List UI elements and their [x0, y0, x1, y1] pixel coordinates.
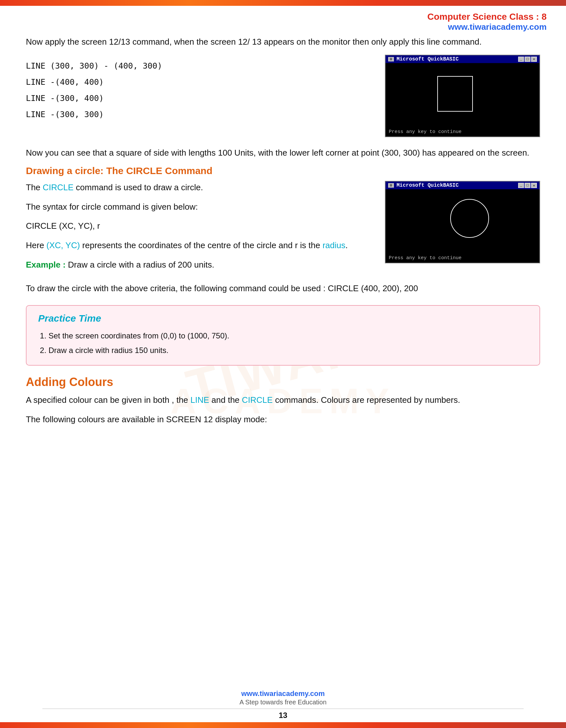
bottom-border — [0, 722, 566, 728]
code-block-1: LINE (300, 300) - (400, 300) LINE -(400,… — [26, 55, 375, 123]
example-label: Example : — [26, 260, 66, 270]
circle-para-1: The CIRCLE command is used to draw a cir… — [26, 181, 375, 194]
qb-close-btn[interactable]: ✕ — [531, 57, 537, 62]
circle-example: Example : Draw a circle with a radius of… — [26, 258, 375, 272]
adding-colours-para-1: A specified colour can be given in both … — [26, 393, 540, 407]
xc-yc-highlight: (XC, YC) — [47, 240, 80, 250]
qb2-minimize-btn[interactable]: _ — [518, 183, 524, 188]
qb-title-1: Microsoft QuickBASIC — [396, 56, 459, 62]
code-line-4: LINE -(300, 300) — [26, 106, 375, 123]
qb-titlebar-1: ⊡ Microsoft QuickBASIC _ □ ✕ — [385, 55, 539, 63]
footer-tagline: A Step towards free Education — [0, 699, 566, 706]
practice-title: Practice Time — [38, 313, 528, 324]
practice-item-1: Set the screen coordinates from (0,0) to… — [49, 328, 528, 343]
circle-para1-before: The — [26, 182, 43, 192]
qb-app-icon-2: ⊡ — [388, 183, 394, 188]
qb-status-2: Press any key to continue — [385, 254, 539, 263]
qb-window-1: ⊡ Microsoft QuickBASIC _ □ ✕ Press any k… — [385, 55, 540, 137]
qb-maximize-btn[interactable]: □ — [525, 57, 530, 62]
circle-section-content: The CIRCLE command is used to draw a cir… — [26, 181, 540, 277]
adding-colours-para-2: The following colours are available in S… — [26, 413, 540, 426]
code-line-1: LINE (300, 300) - (400, 300) — [26, 58, 375, 74]
radius-highlight: radius — [322, 240, 345, 250]
practice-list: Set the screen coordinates from (0,0) to… — [49, 328, 528, 358]
code-line-2: LINE -(400, 400) — [26, 74, 375, 90]
practice-box: Practice Time Set the screen coordinates… — [26, 305, 540, 366]
qb-circle-shape — [450, 199, 489, 238]
ac-para1-before: A specified colour can be given in both … — [26, 395, 191, 405]
top-border — [0, 0, 566, 6]
code-screenshot-row-1: LINE (300, 300) - (400, 300) LINE -(400,… — [26, 55, 540, 137]
code-line-3: LINE -(300, 400) — [26, 90, 375, 106]
circle-syntax: CIRCLE (XC, YC), r — [26, 219, 375, 233]
qb-body-2 — [385, 189, 539, 254]
qb-body-1 — [385, 63, 539, 128]
ac-circle-highlight: CIRCLE — [242, 395, 273, 405]
example-text: Draw a circle with a radius of 200 units… — [68, 260, 214, 270]
main-content: Now apply the screen 12/13 command, when… — [0, 35, 566, 426]
header-url: www.tiwariacademy.com — [19, 22, 547, 32]
circle-para3-after: . — [345, 240, 348, 250]
adding-colours-heading: Adding Colours — [26, 375, 540, 389]
circle-text-block: The CIRCLE command is used to draw a cir… — [26, 181, 375, 277]
square-paragraph: Now you can see that a square of side wi… — [26, 146, 540, 160]
ac-para1-after: commands. Colours are represented by num… — [273, 395, 460, 405]
qb-app-icon: ⊡ — [388, 57, 394, 61]
circle-para-3: Here (XC, YC) represents the coordinates… — [26, 239, 375, 252]
qb-status-1: Press any key to continue — [385, 128, 539, 137]
footer: www.tiwariacademy.com A Step towards fre… — [0, 689, 566, 720]
footer-url: www.tiwariacademy.com — [0, 689, 566, 698]
qb-square-shape — [437, 76, 473, 112]
header-title: Computer Science Class : 8 — [19, 12, 547, 22]
circle-section-heading: Drawing a circle: The CIRCLE Command — [26, 165, 540, 176]
page-number: 13 — [0, 711, 566, 720]
ac-line-highlight: LINE — [191, 395, 209, 405]
intro-paragraph: Now apply the screen 12/13 command, when… — [26, 35, 540, 49]
practice-item-2: Draw a circle with radius 150 units. — [49, 343, 528, 358]
footer-divider — [42, 709, 524, 709]
circle-para3-before: Here — [26, 240, 47, 250]
qb-title-2: Microsoft QuickBASIC — [396, 182, 459, 188]
circle-conclusion: To draw the circle with the above criter… — [26, 282, 540, 295]
circle-highlight-1: CIRCLE — [43, 182, 73, 192]
qb2-maximize-btn[interactable]: □ — [525, 183, 530, 188]
circle-para1-after: command is used to draw a circle. — [73, 182, 203, 192]
circle-para-2: The syntax for circle command is given b… — [26, 200, 375, 214]
header: Computer Science Class : 8 www.tiwariaca… — [0, 6, 566, 35]
qb-titlebar-2: ⊡ Microsoft QuickBASIC _ □ ✕ — [385, 182, 539, 189]
qb-minimize-btn[interactable]: _ — [518, 57, 524, 62]
qb-window-2: ⊡ Microsoft QuickBASIC _ □ ✕ Press any k… — [385, 181, 540, 263]
circle-para3-middle: represents the coordinates of the centre… — [80, 240, 322, 250]
qb2-close-btn[interactable]: ✕ — [531, 183, 537, 188]
ac-para1-middle: and the — [209, 395, 242, 405]
